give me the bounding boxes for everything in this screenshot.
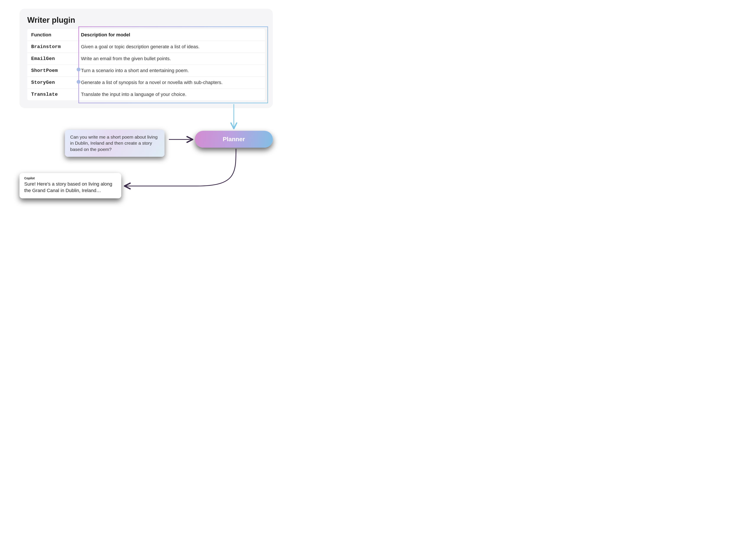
plugin-title: Writer plugin bbox=[27, 15, 265, 25]
planner-label: Planner bbox=[223, 136, 245, 143]
copilot-response-card: Copilot Sure! Here's a story based on li… bbox=[19, 173, 121, 198]
header-function: Function bbox=[27, 29, 77, 41]
fn-name: EmailGen bbox=[27, 53, 77, 65]
user-prompt-bubble: Can you write me a short poem about livi… bbox=[65, 130, 165, 157]
plugin-card: Writer plugin Function Description for m… bbox=[19, 9, 273, 108]
user-prompt-text: Can you write me a short poem about livi… bbox=[70, 134, 158, 152]
flow-stage: Can you write me a short poem about livi… bbox=[19, 108, 290, 216]
connectors-svg bbox=[19, 108, 301, 225]
planner-node: Planner bbox=[195, 131, 273, 148]
copilot-label: Copilot bbox=[24, 177, 117, 180]
connector-dot-shortpoem bbox=[77, 68, 81, 71]
table-row: Translate Translate the input into a lan… bbox=[27, 89, 265, 100]
fn-name: Brainstorm bbox=[27, 41, 77, 53]
table-row: EmailGen Write an email from the given b… bbox=[27, 53, 265, 65]
table-header-row: Function Description for model bbox=[27, 29, 265, 41]
fn-desc: Write an email from the given bullet poi… bbox=[77, 53, 265, 65]
header-description: Description for model bbox=[77, 29, 265, 41]
table-row: ShortPoem Turn a scenario into a short a… bbox=[27, 65, 265, 77]
function-table: Function Description for model Brainstor… bbox=[27, 29, 265, 100]
table-row: StoryGen Generate a list of synopsis for… bbox=[27, 77, 265, 89]
fn-desc: Translate the input into a language of y… bbox=[77, 89, 265, 100]
fn-name: Translate bbox=[27, 89, 77, 100]
connector-dot-storygen bbox=[77, 80, 81, 84]
fn-desc: Given a goal or topic description genera… bbox=[77, 41, 265, 53]
table-row: Brainstorm Given a goal or topic descrip… bbox=[27, 41, 265, 53]
fn-desc: Generate a list of synopsis for a novel … bbox=[77, 77, 265, 88]
fn-name: ShortPoem bbox=[27, 65, 77, 76]
fn-name: StoryGen bbox=[27, 77, 77, 88]
copilot-text: Sure! Here's a story based on living alo… bbox=[24, 181, 117, 194]
fn-desc: Turn a scenario into a short and enterta… bbox=[77, 65, 265, 76]
